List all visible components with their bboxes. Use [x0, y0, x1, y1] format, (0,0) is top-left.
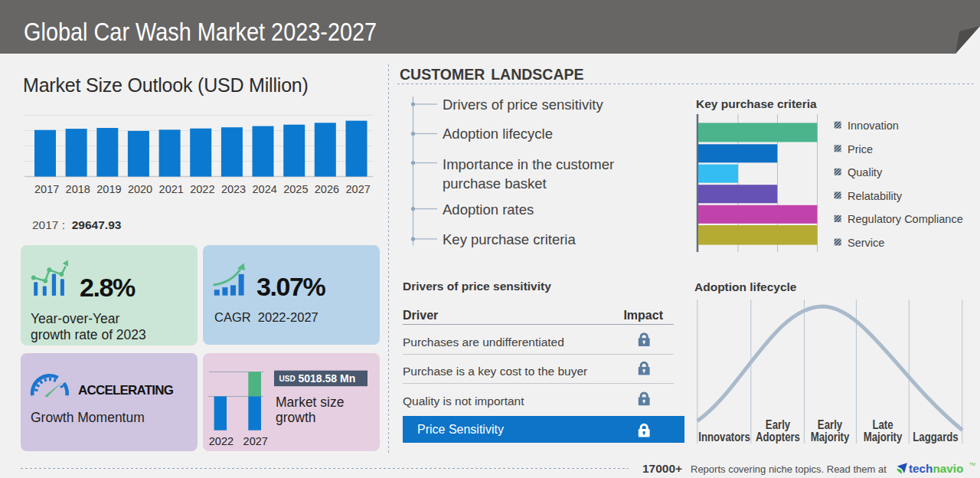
svg-text:USD: USD — [279, 375, 296, 383]
svg-text:5018.58 Mn: 5018.58 Mn — [299, 372, 356, 385]
svg-text:technavio: technavio — [909, 462, 963, 475]
svg-text:TM: TM — [969, 462, 975, 467]
